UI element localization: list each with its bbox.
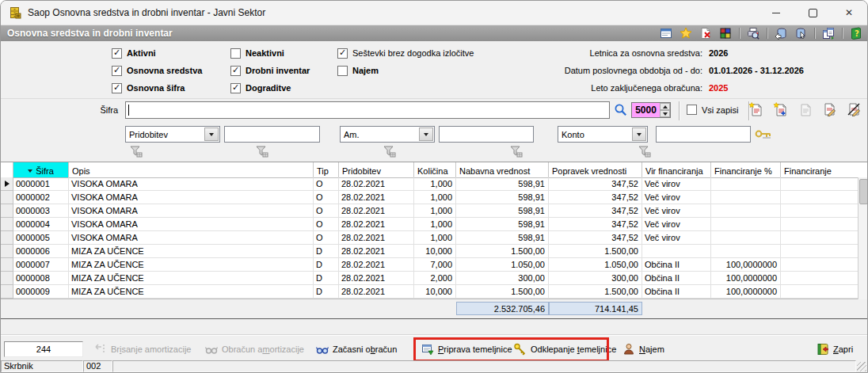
checkbox-dograditve[interactable]: ✓Dograditve [230, 79, 337, 97]
cell-pridobitev: 28.02.2021 [339, 191, 414, 204]
spin-up-button[interactable] [660, 103, 670, 110]
minimize-button[interactable] [758, 1, 794, 25]
search-icon[interactable] [614, 103, 628, 117]
print-preview-icon[interactable] [747, 27, 760, 40]
table-row[interactable]: 0000006MIZA ZA UČENCED28.02.202110,0001.… [1, 245, 858, 258]
filter-field-3[interactable] [656, 126, 751, 143]
funnel-filter-icon[interactable] [510, 146, 523, 158]
key-icon[interactable] [755, 129, 774, 140]
column-header-nabavna[interactable]: Nabavna vrednost [456, 162, 549, 177]
table-row[interactable]: 0000007MIZA ZA UČENCED28.02.20217,0001.0… [1, 258, 858, 272]
all-records-checkbox[interactable]: Vsi zapisi [687, 105, 738, 115]
cell-sifra: 0000008 [13, 272, 69, 285]
help-icon[interactable]: ? [850, 27, 862, 40]
checkbox-box[interactable]: ✓ [112, 48, 122, 59]
column-header-label: Financiranje % [714, 166, 772, 176]
search-input[interactable] [125, 101, 610, 119]
funnel-filter-icon[interactable] [130, 146, 143, 158]
header-toolbar: ? [660, 26, 862, 40]
table-row[interactable]: 0000003VISOKA OMARAO28.02.20211,000598,9… [1, 204, 858, 218]
table-row[interactable]: 0000002VISOKA OMARAO28.02.20211,000598,9… [1, 191, 858, 204]
checkbox-box[interactable] [337, 66, 348, 76]
checkbox-box[interactable]: ✓ [337, 48, 348, 59]
column-header-vir[interactable]: Vir financiranja [642, 162, 711, 177]
cell-fin_pct [711, 218, 781, 231]
column-header-opis[interactable]: Opis [69, 162, 314, 177]
checkbox-box[interactable]: ✓ [230, 83, 241, 93]
table-row[interactable]: 0000001VISOKA OMARAO28.02.20211,000598,9… [1, 177, 858, 191]
filter-field-1[interactable] [224, 126, 320, 143]
favorites-star-icon[interactable] [680, 27, 692, 40]
checkbox-box[interactable]: ✓ [230, 66, 241, 76]
checkbox-drobni-inventar[interactable]: ✓Drobni inventar [230, 62, 337, 79]
edit-lock-icon[interactable] [847, 102, 861, 116]
odklepanje-temeljnice-button[interactable]: Odklepanje temeljnice [514, 341, 616, 358]
export-data-icon[interactable] [775, 27, 787, 40]
resize-grip[interactable] [857, 362, 866, 371]
filter-combo-2[interactable]: Am. [340, 126, 435, 143]
dropdown-button[interactable] [204, 128, 219, 141]
checkbox-box[interactable]: ✓ [112, 83, 122, 93]
record-limit-spinner[interactable]: 5000 [631, 102, 671, 118]
column-header-sifra[interactable]: Šifra [13, 162, 69, 177]
column-header-fin[interactable]: Financiranje [781, 162, 858, 177]
checkbox-osnovna-sredstva[interactable]: ✓Osnovna sredstva [112, 62, 230, 79]
column-header-kolicina[interactable]: Količina [414, 162, 456, 177]
copy-record-icon[interactable] [773, 102, 787, 116]
table-row[interactable]: 0000005VISOKA OMARAO28.02.20211,000598,9… [1, 231, 858, 245]
cell-opis: VISOKA OMARA [69, 191, 314, 204]
zacasni-obracun-button[interactable]: Začasni obračun [316, 341, 397, 358]
cell-fin_pct [711, 245, 781, 258]
dropdown-button[interactable] [632, 128, 646, 141]
close-button[interactable]: ✕ [831, 1, 867, 25]
cell-vir: Več virov [642, 204, 711, 218]
total-popravek: 714.141,45 [549, 302, 642, 315]
table-row[interactable]: 0000004VISOKA OMARAO28.02.20211,000598,9… [1, 218, 858, 231]
select-data-icon[interactable] [794, 27, 807, 40]
funnel-filter-icon[interactable] [256, 146, 268, 158]
scrollbar-thumb[interactable] [859, 179, 868, 204]
record-toolbar [748, 102, 861, 116]
column-header-popravek[interactable]: Popravek vrednosti [549, 162, 642, 177]
spin-down-button[interactable] [660, 110, 670, 117]
checkbox-najem[interactable]: Najem [337, 62, 474, 79]
priprava-temeljnice-button[interactable]: Priprava temeljnice [421, 341, 512, 358]
cell-opis: VISOKA OMARA [69, 231, 314, 245]
najem-button[interactable]: Najem [622, 341, 664, 358]
checkbox-box[interactable] [687, 105, 697, 115]
new-record-icon[interactable] [748, 102, 763, 116]
column-header-pridobitev[interactable]: Pridobitev [339, 162, 414, 177]
filter-combo-3[interactable]: Konto [558, 126, 648, 143]
column-header-label: Financiranje [784, 166, 832, 176]
page-title: Osnovna sredstva in drobni inventar [7, 28, 173, 39]
checkbox-box[interactable]: ✓ [112, 66, 122, 76]
dropdown-button[interactable] [419, 128, 433, 141]
filter-combo-1[interactable]: Pridobitev [125, 126, 220, 143]
zapri-button[interactable]: Zapri [817, 341, 853, 358]
cell-nabavna: 598,91 [456, 177, 549, 191]
filter-field-2[interactable] [439, 126, 534, 143]
cell-nabavna: 598,91 [456, 231, 549, 245]
form-icon[interactable] [660, 27, 672, 40]
maximize-button[interactable] [794, 1, 831, 25]
edit-record-icon[interactable] [822, 102, 836, 116]
cell-fin [781, 177, 858, 191]
cell-fin [781, 191, 858, 204]
delete-document-icon[interactable] [699, 27, 712, 40]
checkbox-box[interactable] [230, 48, 241, 59]
column-header-tip[interactable]: Tip [314, 162, 339, 177]
cube-icon[interactable] [719, 27, 732, 40]
funnel-filter-icon[interactable] [383, 146, 396, 158]
spin-up-icon [663, 105, 668, 108]
checkbox-osnovna-ifra[interactable]: ✓Osnovna šifra [112, 79, 230, 97]
checkbox-se-tevki-brez-dogodka-izlo-itve[interactable]: ✓Seštevki brez dogodka izločitve [337, 44, 474, 62]
checkbox-aktivni[interactable]: ✓Aktivni [112, 44, 230, 62]
column-header-fin_pct[interactable]: Financiranje % [711, 162, 781, 177]
cell-fin_pct: 100,0000000 [711, 285, 781, 299]
funnel-filter-icon[interactable] [638, 146, 651, 158]
vertical-scrollbar[interactable] [858, 177, 868, 299]
table-row[interactable]: 0000008MIZA ZA UČENCED28.02.20212,000300… [1, 272, 858, 285]
table-row[interactable]: 0000009MIZA ZA UČENCED28.02.202110,0001.… [1, 285, 858, 299]
copy-structure-icon[interactable] [822, 27, 835, 40]
checkbox-neaktivni[interactable]: Neaktivni [230, 44, 337, 62]
